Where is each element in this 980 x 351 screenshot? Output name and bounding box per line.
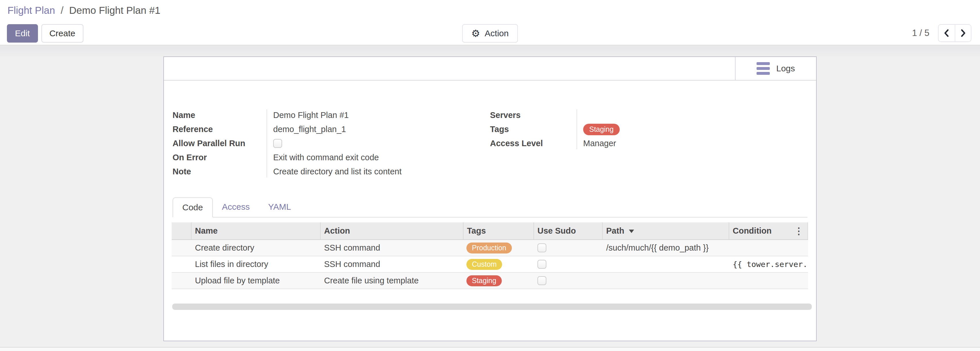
use-sudo-checkbox[interactable] [538, 276, 546, 285]
tab-yaml[interactable]: YAML [259, 197, 300, 217]
field-value: demo_flight_plan_1 [267, 124, 346, 134]
field-label: Servers [490, 110, 577, 120]
row-handle-cell [172, 256, 191, 272]
action-menu-area: ⚙ Action [462, 24, 518, 43]
flight-plan-form-view: Flight Plan / Demo Flight Plan #1 Edit C… [0, 0, 980, 351]
cell-path [603, 256, 729, 272]
cell-action: SSH command [321, 240, 463, 256]
column-header-name[interactable]: Name [191, 222, 321, 239]
pager-previous-button[interactable] [939, 25, 955, 41]
cell-path: /such/much/{{ demo_path }} [603, 240, 729, 256]
row-handle-cell [172, 240, 191, 256]
optional-columns-kebab-icon[interactable]: ⋮ [794, 227, 803, 236]
column-header-tags[interactable]: Tags [463, 222, 534, 239]
edit-button[interactable]: Edit [7, 24, 38, 43]
tab-access[interactable]: Access [213, 197, 259, 217]
notebook-tabbar: Code Access YAML [173, 197, 807, 217]
table-row[interactable]: Create directory SSH command Production … [172, 240, 808, 256]
bottom-strip [0, 348, 980, 351]
field-value: Demo Flight Plan #1 [267, 110, 349, 120]
pager-value: 1 / 5 [912, 28, 929, 38]
column-header-condition[interactable]: Condition ⋮ [729, 222, 808, 239]
field-label: Note [173, 167, 267, 176]
field-note: Note Create directory and list its conte… [173, 164, 474, 179]
tab-code[interactable]: Code [173, 197, 213, 217]
breadcrumb-current: Demo Flight Plan #1 [69, 5, 161, 16]
table-header: Name Action Tags Use Sudo Path Condition… [172, 222, 808, 240]
field-label: Allow Parallel Run [173, 139, 267, 148]
tag-badge: Production [466, 243, 512, 254]
cell-name: Upload file by template [191, 273, 321, 289]
logs-button[interactable]: Logs [735, 57, 816, 80]
breadcrumb-separator: / [60, 5, 64, 16]
sheet-header: Logs [164, 57, 816, 81]
breadcrumb-parent-link[interactable]: Flight Plan [8, 5, 55, 16]
breadcrumb: Flight Plan / Demo Flight Plan #1 [8, 5, 161, 16]
form-sheet: Logs Name Demo Flight Plan #1 Reference … [163, 56, 817, 341]
cell-path [603, 273, 729, 289]
tag-badge: Custom [466, 259, 502, 270]
create-button[interactable]: Create [41, 24, 83, 43]
allow-parallel-run-checkbox[interactable] [273, 139, 282, 148]
form-group-left: Name Demo Flight Plan #1 Reference demo_… [173, 108, 474, 179]
field-allow-parallel-run: Allow Parallel Run [173, 136, 474, 150]
use-sudo-checkbox[interactable] [538, 243, 546, 252]
field-tags: Tags Staging [490, 122, 749, 136]
row-handle-cell [172, 273, 191, 289]
field-label: Name [173, 110, 267, 120]
field-label: Reference [173, 124, 267, 134]
field-label: Tags [490, 124, 577, 134]
field-on-error: On Error Exit with command exit code [173, 150, 474, 164]
field-label: Access Level [490, 139, 577, 148]
tag-badge: Staging [583, 124, 620, 135]
cell-name: List files in directory [191, 256, 321, 272]
handle-column-header [172, 222, 191, 239]
action-button[interactable]: ⚙ Action [462, 24, 518, 43]
action-button-label: Action [485, 29, 509, 38]
field-reference: Reference demo_flight_plan_1 [173, 122, 474, 136]
field-value: Exit with command exit code [267, 153, 379, 162]
pager-next-button[interactable] [955, 25, 971, 41]
chevron-right-icon [959, 29, 967, 37]
column-header-action[interactable]: Action [321, 222, 463, 239]
sort-caret-down-icon [629, 230, 634, 236]
use-sudo-checkbox[interactable] [538, 260, 546, 269]
control-panel-buttons: Edit Create [7, 24, 83, 43]
pager: 1 / 5 [912, 24, 971, 42]
cell-action: SSH command [321, 256, 463, 272]
cell-name: Create directory [191, 240, 321, 256]
field-value: Manager [577, 139, 616, 148]
column-header-path[interactable]: Path [603, 222, 729, 239]
cell-action: Create file using template [321, 273, 463, 289]
form-group-right: Servers Tags Staging Access Level Manage… [490, 108, 749, 150]
chevron-left-icon [943, 29, 950, 37]
horizontal-scrollbar-thumb[interactable] [172, 303, 812, 310]
table-row[interactable]: List files in directory SSH command Cust… [172, 256, 808, 273]
commands-table: Name Action Tags Use Sudo Path Condition… [172, 222, 808, 289]
field-name: Name Demo Flight Plan #1 [173, 108, 474, 122]
field-value: Create directory and list its content [267, 167, 401, 176]
field-servers: Servers [490, 108, 749, 122]
table-row[interactable]: Upload file by template Create file usin… [172, 273, 808, 289]
gear-icon: ⚙ [471, 29, 480, 38]
tag-badge: Staging [466, 275, 502, 286]
pager-buttons [938, 24, 971, 42]
cell-condition: {{ tower.server.st [733, 260, 808, 269]
logs-button-label: Logs [776, 64, 795, 73]
field-label: On Error [173, 153, 267, 162]
field-access-level: Access Level Manager [490, 136, 749, 150]
column-header-use-sudo[interactable]: Use Sudo [534, 222, 603, 239]
list-icon [757, 62, 770, 75]
control-panel: Flight Plan / Demo Flight Plan #1 Edit C… [0, 0, 980, 45]
